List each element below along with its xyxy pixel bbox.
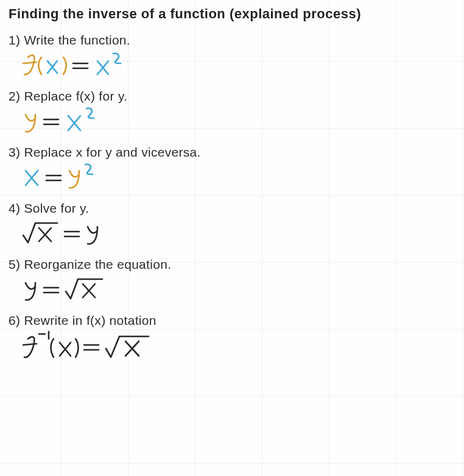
step-2-label: 2) Replace f(x) for y. [9, 89, 455, 104]
step-3-label: 3) Replace x for y and viceversa. [9, 145, 455, 160]
step-3: 3) Replace x for y and viceversa. [9, 145, 455, 190]
equation-y-equals-x-squared-icon [17, 106, 455, 134]
equation-f-inverse-x-equals-sqrt-x-icon [17, 330, 455, 358]
equation-x-equals-y-squared-icon [17, 162, 455, 190]
document-body: Finding the inverse of a function (expla… [0, 0, 464, 375]
equation-fx-equals-x-squared-icon [17, 50, 455, 78]
page-title: Finding the inverse of a function (expla… [9, 6, 455, 22]
equation-sqrt-x-equals-y-icon [17, 218, 455, 246]
equation-y-equals-sqrt-x-icon [17, 274, 455, 302]
step-5: 5) Reorganize the equation. [9, 257, 455, 302]
step-1: 1) Write the function. [9, 33, 455, 78]
step-4: 4) Solve for y. [9, 201, 455, 246]
step-1-label: 1) Write the function. [9, 33, 455, 48]
step-2: 2) Replace f(x) for y. [9, 89, 455, 134]
step-6-label: 6) Rewrite in f(x) notation [9, 313, 455, 328]
step-4-label: 4) Solve for y. [9, 201, 455, 216]
step-5-label: 5) Reorganize the equation. [9, 257, 455, 272]
step-6: 6) Rewrite in f(x) notation [9, 313, 455, 358]
